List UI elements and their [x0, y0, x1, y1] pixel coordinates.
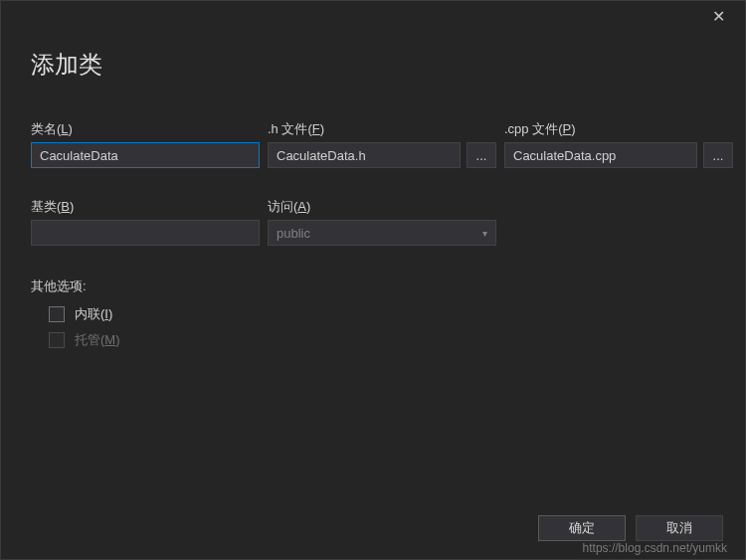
- chevron-down-icon: ▾: [482, 228, 487, 239]
- baseclass-label: 基类(B): [31, 198, 260, 216]
- hfile-input[interactable]: [268, 142, 461, 168]
- ok-button[interactable]: 确定: [538, 515, 626, 541]
- cancel-button[interactable]: 取消: [636, 515, 723, 541]
- hfile-label: .h 文件(F): [268, 120, 496, 138]
- managed-checkbox: [49, 332, 65, 348]
- access-value: public: [277, 226, 310, 241]
- access-label: 访问(A): [268, 198, 496, 216]
- inline-checkbox[interactable]: [49, 306, 65, 322]
- access-combobox[interactable]: public ▾: [268, 220, 496, 246]
- baseclass-input[interactable]: [31, 220, 260, 246]
- watermark-text: https://blog.csdn.net/yumkk: [583, 541, 727, 555]
- options-title: 其他选项:: [31, 278, 715, 295]
- managed-label: 托管(M): [75, 331, 120, 349]
- classname-input[interactable]: [31, 142, 260, 168]
- dialog-title: 添加类: [31, 49, 715, 81]
- hfile-browse-button[interactable]: ...: [466, 142, 496, 168]
- cppfile-browse-button[interactable]: ...: [703, 142, 733, 168]
- cppfile-input[interactable]: [504, 142, 697, 168]
- cppfile-label: .cpp 文件(P): [504, 120, 733, 138]
- inline-label: 内联(I): [75, 305, 112, 323]
- close-icon[interactable]: ✕: [704, 3, 733, 30]
- classname-label: 类名(L): [31, 120, 260, 138]
